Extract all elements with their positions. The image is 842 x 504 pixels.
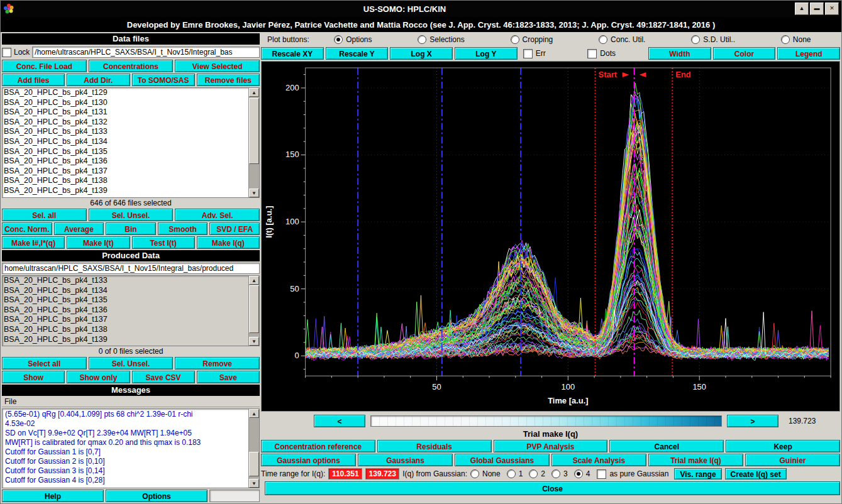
average-button[interactable]: Average [54, 222, 104, 235]
trial-make-i-q-button[interactable]: Trial make I(q) [648, 454, 743, 466]
scale-analysis-button[interactable]: Scale Analysis [551, 454, 646, 466]
1-radio[interactable]: 1 [507, 469, 523, 478]
to-somo-sas-button[interactable]: To SOMO/SAS [132, 74, 195, 86]
global-gaussians-button[interactable]: Global Gaussians [455, 454, 550, 466]
file-list-item[interactable]: BSA_20_HPLC_bs_pk4_t138 [3, 325, 248, 335]
file-list-item[interactable]: BSA_20_HPLC_bs_pk4_t131 [3, 107, 248, 118]
file-list-item[interactable]: BSA_20_HPLC_bs_pk4_t134 [3, 137, 248, 147]
conc-file-load-button[interactable]: Conc. File Load [2, 60, 87, 72]
rescale-y-button[interactable]: Rescale Y [326, 47, 389, 60]
create-iq-set-button[interactable]: Create I(q) set [725, 468, 787, 479]
as-pure-gaussian-checkbox[interactable] [597, 469, 606, 479]
make-i-q-button[interactable]: Make I(q) [197, 236, 260, 249]
3-radio[interactable]: 3 [551, 469, 568, 478]
s-d-util-radio[interactable]: S.D. Util.. [691, 35, 735, 44]
4-radio[interactable]: 4 [574, 469, 590, 478]
pvp-analysis-button[interactable]: PVP Analysis [494, 440, 608, 452]
options-radio[interactable]: Options [334, 35, 372, 44]
none-radio[interactable]: None [470, 469, 501, 478]
concentrations-button[interactable]: Concentrations [89, 60, 174, 72]
iq-range-start-field[interactable]: 110.351 [328, 468, 362, 479]
file-list-item[interactable]: BSA_20_HPLC_bs_pk4_t136 [3, 305, 248, 315]
make-i-t-button[interactable]: Make I(t) [67, 236, 130, 249]
data-files-scrollbar[interactable]: ▲ ▼ [248, 88, 259, 197]
file-list-item[interactable]: BSA_20_HPLC_bs_pk4_t137 [3, 315, 248, 325]
smooth-button[interactable]: Smooth [158, 222, 208, 235]
scroll-down-icon[interactable]: ▼ [249, 189, 259, 197]
produced-files-list[interactable]: BSA_20_HPLC_bs_pk4_t133BSA_20_HPLC_bs_pk… [2, 275, 260, 346]
dots-checkbox[interactable]: Dots [584, 47, 646, 60]
cancel-button[interactable]: Cancel [609, 440, 724, 452]
guinier-button[interactable]: Guinier [745, 454, 840, 466]
scroll-down-icon[interactable]: ▼ [249, 337, 259, 346]
data-files-list[interactable]: BSA_20_HPLC_bs_pk4_t129BSA_20_HPLC_bs_pk… [2, 87, 260, 198]
slider-left-button[interactable]: < [314, 415, 365, 427]
log-y-button[interactable]: Log Y [455, 47, 518, 60]
file-list-item[interactable]: BSA_20_HPLC_bs_pk4_t136 [3, 156, 248, 167]
file-list-item[interactable]: BSA_20_HPLC_bs_pk4_t138 [3, 176, 248, 186]
lock-checkbox[interactable] [2, 48, 11, 57]
legend-button[interactable]: Legend [777, 47, 840, 60]
file-list-item[interactable]: BSA_20_HPLC_bs_pk4_t130 [3, 98, 248, 108]
shade-button[interactable]: ▲ [795, 3, 809, 15]
chromatogram-plot[interactable]: StartEnd50100150050100150200Time [a.u.]I… [261, 61, 840, 412]
minimize-button[interactable]: ▬ [810, 3, 824, 15]
select-all-button[interactable]: Select all [2, 357, 87, 370]
messages-box[interactable]: (5.65e-01) qRg [0.404,1.099] pts 68 chi^… [2, 408, 260, 488]
scroll-up-icon[interactable]: ▲ [249, 88, 259, 97]
err-checkbox[interactable]: Err [519, 47, 582, 60]
rescale-xy-button[interactable]: Rescale XY [261, 47, 324, 60]
titlebar[interactable]: US-SOMO: HPLC/KIN ▲▬✕ [1, 1, 841, 17]
scrollbar-thumb[interactable] [249, 452, 259, 476]
sel-unsel-button[interactable]: Sel. Unsel. [89, 209, 174, 221]
messages-scrollbar[interactable]: ▲ ▼ [248, 409, 259, 488]
close-window-button[interactable]: ✕ [825, 3, 839, 15]
keep-button[interactable]: Keep [726, 440, 840, 452]
add-files-button[interactable]: Add files [2, 74, 65, 86]
scroll-up-icon[interactable]: ▲ [249, 276, 259, 285]
scrollbar-thumb[interactable] [249, 285, 259, 333]
save-button[interactable]: Save [197, 371, 260, 383]
none-radio[interactable]: None [781, 35, 811, 44]
data-files-path-input[interactable]: /home/ultrascan/HPLC_SAXS/BSA/I_t_Nov15/… [32, 47, 260, 58]
file-list-item[interactable]: BSA_20_HPLC_bs_pk4_t134 [3, 286, 248, 296]
file-list-item[interactable]: BSA_20_HPLC_bs_pk4_t135 [3, 295, 248, 305]
show-only-button[interactable]: Show only [67, 371, 130, 383]
color-button[interactable]: Color [713, 47, 776, 60]
adv-sel-button[interactable]: Adv. Sel. [175, 209, 260, 221]
vis-range-button[interactable]: Vis. range [674, 468, 721, 479]
slider-right-button[interactable]: > [727, 415, 778, 427]
make-i-i-q-button[interactable]: Make I#,I*(q) [2, 236, 65, 249]
iq-range-end-field[interactable]: 139.723 [365, 468, 399, 479]
selections-radio[interactable]: Selections [418, 35, 464, 44]
file-list-item[interactable]: BSA_20_HPLC_bs_pk4_t132 [3, 118, 248, 128]
file-list-item[interactable]: BSA_20_HPLC_bs_pk4_t129 [3, 88, 248, 98]
conc-norm-button[interactable]: Conc. Norm. [2, 222, 52, 235]
scrollbar-track[interactable] [249, 418, 259, 479]
scrollbar-thumb[interactable] [249, 98, 259, 164]
file-list-item[interactable]: BSA_20_HPLC_bs_pk4_t139 [3, 186, 248, 196]
remove-files-button[interactable]: Remove files [197, 74, 260, 86]
view-selected-button[interactable]: View Selected [175, 60, 260, 72]
concentration-reference-button[interactable]: Concentration reference [261, 440, 375, 452]
file-list-item[interactable]: BSA_20_HPLC_bs_pk4_t133 [3, 276, 248, 286]
produced-path-input[interactable]: home/ultrascan/HPLC_SAXS/BSA/I_t_Nov15/I… [2, 263, 260, 274]
remove-button[interactable]: Remove [175, 357, 260, 370]
scrollbar-track[interactable] [249, 97, 259, 189]
file-list-item[interactable]: BSA_20_HPLC_bs_pk4_t139 [3, 335, 248, 345]
sel-all-button[interactable]: Sel. all [2, 209, 87, 221]
gaussian-options-button[interactable]: Gaussian options [261, 454, 356, 466]
test-i-t-button[interactable]: Test I(t) [132, 236, 195, 249]
close-button[interactable]: Close [265, 481, 840, 495]
add-dir-button[interactable]: Add Dir. [67, 74, 130, 86]
gaussians-button[interactable]: Gaussians [358, 454, 453, 466]
show-button[interactable]: Show [2, 371, 65, 383]
svd-efa-button[interactable]: SVD / EFA [209, 222, 260, 235]
position-slider[interactable] [370, 415, 722, 427]
2-radio[interactable]: 2 [529, 469, 545, 478]
file-menu[interactable]: File [4, 397, 16, 406]
scrollbar-track[interactable] [249, 285, 259, 337]
scroll-down-icon[interactable]: ▼ [249, 479, 259, 488]
log-x-button[interactable]: Log X [390, 47, 453, 60]
file-list-item[interactable]: BSA_20_HPLC_bs_pk4_t133 [3, 127, 248, 137]
